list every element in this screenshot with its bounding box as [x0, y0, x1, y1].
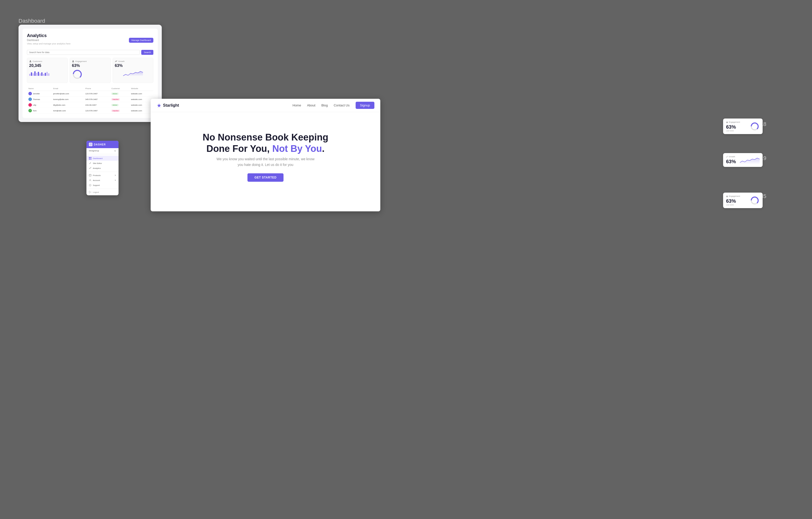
frame135-label-text: Engagement [726, 195, 740, 197]
website-mockup: Starlight Home About Blog Contact Us Sig… [151, 99, 380, 211]
cell-phone: 123-578-3467 [84, 108, 110, 114]
dashboard-frame-label: Dashboard [19, 18, 45, 24]
growth-metric: Growth 63% [113, 58, 153, 83]
logout-label: Logout [93, 191, 99, 193]
growth-label: Growth [118, 60, 125, 62]
engagement-label-row: Engagement [72, 60, 108, 62]
get-started-button[interactable]: GET STARTED [248, 173, 283, 182]
col-customer: Customer [110, 86, 129, 91]
frame118-label-text: Engagement [726, 121, 740, 123]
frame135-widget: Engagement 63% Last week [723, 193, 763, 208]
table-row: J Jennifer jennifer@site.com 123-578-346… [27, 91, 153, 96]
sidebar-divider-1 [86, 154, 119, 155]
table-row: L Lilly lilly@site.com 243-08-3467 Activ… [27, 102, 153, 108]
nav-blog[interactable]: Blog [321, 104, 328, 107]
analytics-panel: Analytics Dashboard View, setup and mana… [23, 29, 158, 118]
sidebar-item-analytics[interactable]: Analytics [86, 166, 119, 171]
customers-label-row: Customers [29, 60, 65, 62]
analytics-breadcrumb: Dashboard [27, 39, 70, 41]
cell-email: tommy@site.com [52, 96, 84, 102]
cell-phone: 123-578-3467 [84, 91, 110, 96]
frame118-donut [750, 121, 760, 132]
customers-table: Name Email Phone Customer Website J Jenn… [27, 86, 153, 114]
svg-rect-12 [89, 174, 91, 176]
svg-point-0 [30, 60, 31, 61]
support-icon: ? [89, 184, 91, 186]
svg-text:?: ? [90, 185, 91, 186]
dashboard-item-label: Dashboard [93, 157, 103, 160]
svg-rect-9 [90, 157, 91, 158]
desktop3-frame: Starlight Home About Blog Contact Us Sig… [151, 99, 380, 211]
dashboard-icon [89, 157, 91, 160]
bar-6 [39, 73, 41, 76]
grid-logo-icon [90, 143, 92, 145]
website-logo: Starlight [156, 103, 179, 108]
products-chevron-icon [115, 175, 116, 176]
customers-metric: Customers 20,345 [27, 58, 68, 83]
nav-about[interactable]: About [307, 104, 315, 107]
frame135-engagement-icon [726, 195, 728, 197]
products-icon [89, 174, 91, 176]
engagement-icon [72, 60, 74, 62]
sidebar-brand: DASHER [94, 143, 106, 146]
svg-rect-11 [90, 158, 91, 160]
frame119-left: Growth 63% [726, 155, 736, 165]
frame119-card: Growth 63% [723, 153, 763, 167]
website-nav: Starlight Home About Blog Contact Us Sig… [151, 99, 380, 112]
customers-value: 20,345 [29, 63, 65, 68]
col-website: Website [129, 86, 153, 91]
sidebar-item-products[interactable]: Products [86, 173, 119, 178]
starlight-logo-icon [156, 103, 162, 108]
nav-home[interactable]: Home [293, 104, 301, 107]
account-label: Account [93, 179, 100, 181]
cell-status: Inactive [110, 96, 129, 102]
growth-icon [115, 60, 117, 62]
analytics-title-group: Analytics Dashboard View, setup and mana… [27, 33, 70, 48]
growth-label-row: Growth [115, 60, 151, 62]
hero-title-accent: Not By You [272, 143, 322, 154]
customers-label: Customers [33, 60, 42, 62]
table-body: J Jennifer jennifer@site.com 123-578-346… [27, 91, 153, 114]
analytics-subtitle: View, setup and manage your analytics he… [27, 42, 70, 45]
analytics-title: Analytics [27, 33, 70, 38]
search-button[interactable]: Search [141, 50, 153, 55]
sidebar-panel: DASHER Designerup Dashboard Site Edito [86, 141, 119, 195]
sidebar-section-dropdown[interactable]: Designerup [86, 148, 119, 153]
col-email: Email [52, 86, 84, 91]
nav-contact[interactable]: Contact Us [334, 104, 349, 107]
edit-icon [89, 162, 91, 165]
svg-point-1 [72, 60, 74, 61]
frame118-engagement-icon [726, 121, 728, 123]
svg-rect-6 [90, 145, 90, 145]
bar-1 [31, 73, 32, 76]
sidebar-divider-2 [86, 172, 119, 172]
sidebar-item-support[interactable]: ? Support [86, 183, 119, 188]
frame135-donut [750, 196, 760, 205]
frame119-label-text: Growth [726, 155, 736, 158]
cell-phone: 243-08-3467 [84, 102, 110, 108]
sidebar-item-site-editor[interactable]: Site Editor [86, 161, 119, 166]
search-input[interactable] [27, 50, 140, 55]
sidebar-item-dashboard[interactable]: Dashboard [86, 156, 119, 161]
svg-rect-8 [89, 157, 90, 158]
frame118-value: 63% [726, 124, 740, 130]
frame135-sublabel: Last week [726, 204, 740, 206]
signup-button[interactable]: Signup [356, 102, 374, 109]
bar-2 [33, 73, 34, 76]
svg-point-14 [90, 179, 91, 180]
bar-0 [29, 74, 30, 76]
sidebar-item-account[interactable]: Account [86, 178, 119, 183]
cell-website: website.com [129, 108, 153, 114]
account-chevron-icon [115, 179, 116, 181]
cell-email: lilly@site.com [52, 102, 84, 108]
bar-4 [36, 73, 37, 76]
cell-email: tom@site.com [52, 108, 84, 114]
logout-button[interactable]: Logout [89, 191, 116, 193]
metrics-row: Customers 20,345 Engagement 63% [27, 58, 153, 83]
products-label: Products [93, 174, 101, 176]
website-hero: No Nonsense Book Keeping Done For You, N… [151, 112, 380, 211]
logout-icon [89, 191, 91, 193]
frame119-growth-icon [726, 156, 728, 158]
manage-dashboard-button[interactable]: Manage Dashboard [129, 38, 153, 43]
bar-10 [47, 72, 48, 76]
